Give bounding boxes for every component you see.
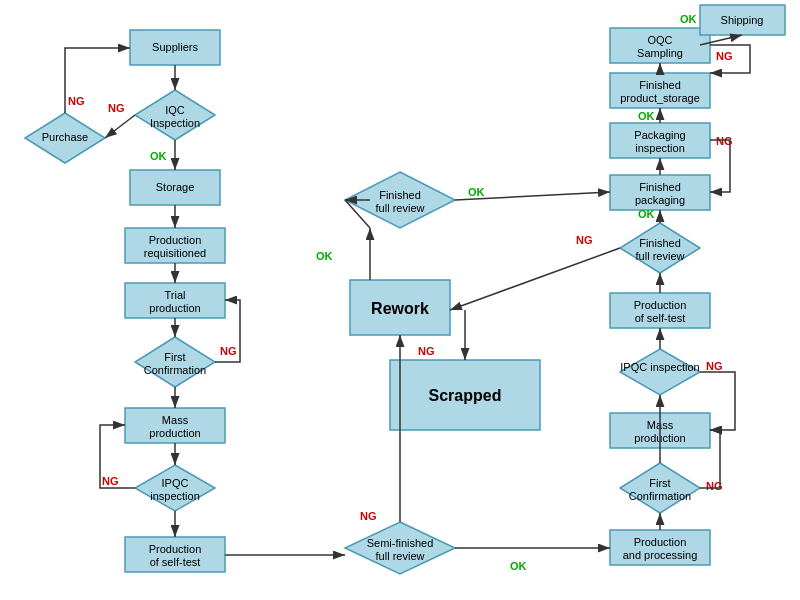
arrow-iqc-purchase: [105, 115, 135, 138]
finished-review-label2: full review: [376, 202, 425, 214]
first-conf2-label: First: [649, 477, 670, 489]
prod-proc-label2: and processing: [623, 549, 698, 561]
finished-pkg-label2: packaging: [635, 194, 685, 206]
purchase-label: Purchase: [42, 131, 88, 143]
line-pkg-insp-ng: [710, 140, 730, 192]
oqc-label2: Sampling: [637, 47, 683, 59]
prod-proc-label: Production: [634, 536, 687, 548]
first-conf-label: First: [164, 351, 185, 363]
trial-prod-label2: production: [149, 302, 200, 314]
suppliers-label: Suppliers: [152, 41, 198, 53]
pkg-insp-label2: inspection: [635, 142, 685, 154]
prod-req-label: Production: [149, 234, 202, 246]
finished-review-label: Finished: [379, 189, 421, 201]
ng-label-first-conf: NG: [220, 345, 237, 357]
iqc-label: IQC: [165, 104, 185, 116]
first-conf-label2: Confirmation: [144, 364, 206, 376]
prod-self-label2: of self-test: [150, 556, 201, 568]
prod-self2-label2: of self-test: [635, 312, 686, 324]
ok-label-iqc: OK: [150, 150, 167, 162]
semi-review-label: Semi-finished: [367, 537, 434, 549]
pkg-insp-label: Packaging: [634, 129, 685, 141]
ng-label-finished-review2: NG: [576, 234, 593, 246]
finished-review2-label: Finished: [639, 237, 681, 249]
oqc-label: OQC: [647, 34, 672, 46]
iqc-label2: Inspection: [150, 117, 200, 129]
first-conf2-label2: Confirmation: [629, 490, 691, 502]
ok-label-semi: OK: [510, 560, 527, 572]
ng-label-iqc: NG: [108, 102, 125, 114]
ipqc-label: IPQC: [162, 477, 189, 489]
ipqc-label2: inspection: [150, 490, 200, 502]
semi-review-label2: full review: [376, 550, 425, 562]
prod-req-label2: requisitioned: [144, 247, 206, 259]
ng-label-oqc: NG: [716, 50, 733, 62]
ok-label-rework: OK: [316, 250, 333, 262]
ng-label-purchase: NG: [68, 95, 85, 107]
storage-label: Storage: [156, 181, 195, 193]
trial-prod-label: Trial: [165, 289, 186, 301]
arrow-finished-review2-rework: [450, 248, 620, 310]
ok-label-finished-review: OK: [468, 186, 485, 198]
ok-label-finished-review2: OK: [638, 208, 655, 220]
prod-self-label: Production: [149, 543, 202, 555]
ng-label-ipqc: NG: [102, 475, 119, 487]
fin-prod-storage-label: Finished: [639, 79, 681, 91]
mass-prod-label2: production: [149, 427, 200, 439]
finished-pkg-label: Finished: [639, 181, 681, 193]
fin-prod-storage-label2: product_storage: [620, 92, 700, 104]
mass-prod-label: Mass: [162, 414, 189, 426]
finished-review2-label2: full review: [636, 250, 685, 262]
ok-label-oqc: OK: [680, 13, 697, 25]
flowchart-diagram: Suppliers IQC Inspection Purchase Storag…: [0, 0, 800, 600]
rework-label: Rework: [371, 300, 429, 317]
scrapped-label: Scrapped: [429, 387, 502, 404]
ok-label-pkg-insp: OK: [638, 110, 655, 122]
ng-label-semi: NG: [360, 510, 377, 522]
shipping-label: Shipping: [721, 14, 764, 26]
ng-label-rework: NG: [418, 345, 435, 357]
ipqc2-label: IPQC inspection: [620, 361, 699, 373]
ng-label-ipqc2: NG: [706, 360, 723, 372]
prod-self2-label: Production: [634, 299, 687, 311]
